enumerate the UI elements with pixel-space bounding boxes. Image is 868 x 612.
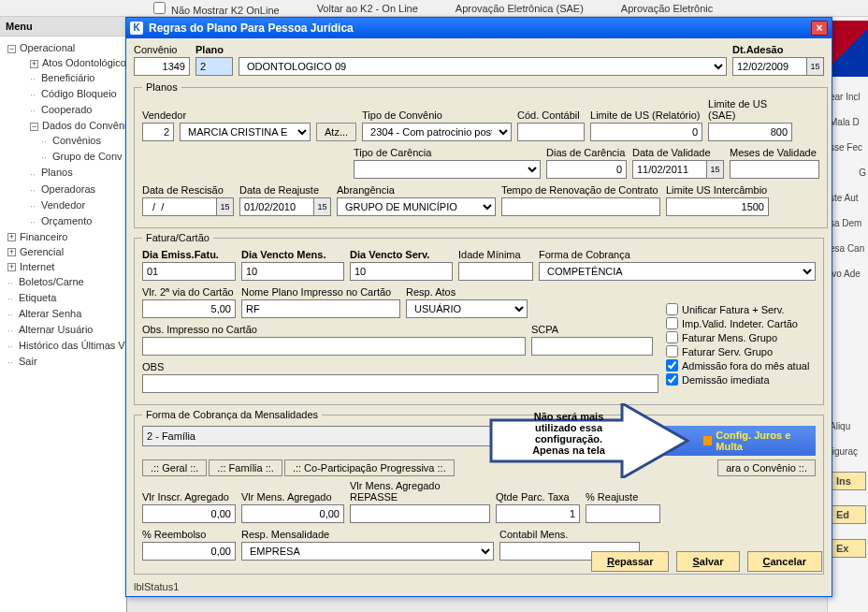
tree-operadoras[interactable]: ··Operadoras xyxy=(0,182,126,197)
minus-icon[interactable]: − xyxy=(30,123,38,131)
tree-alterar-senha[interactable]: ··Alterar Senha xyxy=(0,306,126,322)
tree-internet[interactable]: +Internet xyxy=(0,259,126,274)
tree-gerencial[interactable]: +Gerencial xyxy=(0,244,126,259)
qtde-parc-input[interactable] xyxy=(496,504,580,523)
vlr-mens-rep-input[interactable] xyxy=(350,504,490,523)
calendar-icon[interactable]: 15 xyxy=(707,160,724,179)
plus-icon[interactable]: + xyxy=(30,60,38,68)
dias-carencia-input[interactable] xyxy=(546,160,627,179)
tree-sair[interactable]: ··Sair xyxy=(0,354,126,370)
ex-button[interactable]: Ex xyxy=(830,539,866,558)
atz-button[interactable]: Atz... xyxy=(316,123,356,141)
chk-unificar[interactable] xyxy=(666,303,678,315)
dt-adesao-input[interactable] xyxy=(732,57,807,76)
resp-mens-select[interactable]: EMPRESA xyxy=(241,542,494,561)
tree-convenios[interactable]: ··Convênios xyxy=(0,133,126,149)
chk-fat-serv[interactable] xyxy=(666,345,678,357)
tree-atos[interactable]: +Atos Odontológicos xyxy=(0,55,126,70)
tab-geral[interactable]: .:: Geral ::. xyxy=(142,459,207,476)
data-rescisao-input[interactable] xyxy=(142,197,217,216)
convenio-input[interactable] xyxy=(134,57,190,76)
lim-us-rel-input[interactable] xyxy=(590,123,702,141)
close-icon[interactable]: × xyxy=(811,21,828,36)
obs-cartao-input[interactable] xyxy=(142,337,526,356)
tree-historico[interactable]: ··Histórico das Últimas V xyxy=(0,338,126,354)
obs-input[interactable] xyxy=(142,374,658,393)
top-item[interactable]: Voltar ao K2 - On Line xyxy=(317,3,418,14)
calendar-icon[interactable]: 15 xyxy=(314,197,331,216)
tree-financeiro[interactable]: +Financeiro xyxy=(0,229,126,244)
calendar-icon[interactable]: 15 xyxy=(807,57,824,76)
pct-reemb-input[interactable] xyxy=(142,542,236,561)
cod-contabil-input[interactable] xyxy=(517,123,585,141)
meses-validade-input[interactable] xyxy=(730,160,819,179)
repassar-button[interactable]: Repassar xyxy=(591,551,670,572)
vendedor-cod-input[interactable] xyxy=(142,123,174,141)
tree-cooperado[interactable]: ··Cooperado xyxy=(0,102,126,118)
pct-reajuste-input[interactable] xyxy=(586,504,660,523)
ins-button[interactable]: Ins xyxy=(830,472,866,490)
dia-venc-serv-input[interactable] xyxy=(350,262,453,281)
tipo-conv-select[interactable]: 2304 - Com patrocinio post xyxy=(362,123,512,141)
titlebar[interactable]: K Regras do Plano Para Pessoa Jurídica × xyxy=(126,18,832,38)
lim-us-sae-label: Limite de US (SAE) xyxy=(708,98,792,121)
top-item[interactable]: Aprovação Eletrônic xyxy=(621,3,713,14)
tab-copart[interactable]: .:: Co-Participação Progressiva ::. xyxy=(284,459,455,476)
data-validade-input[interactable] xyxy=(632,160,707,179)
tree-beneficiario[interactable]: ··Beneficiário xyxy=(0,70,126,86)
plus-icon[interactable]: + xyxy=(7,233,16,241)
dialog-regras-plano: K Regras do Plano Para Pessoa Jurídica ×… xyxy=(125,17,832,597)
salvar-button[interactable]: Salvar xyxy=(676,551,739,572)
tree-orcamento[interactable]: ··Orçamento xyxy=(0,213,126,229)
plus-icon[interactable]: + xyxy=(7,263,16,271)
meses-validade-label: Meses de Validade xyxy=(730,147,819,158)
resp-atos-select[interactable]: USUÁRIO xyxy=(406,299,528,318)
tree-boletos[interactable]: ··Boletos/Carne xyxy=(0,274,126,290)
tree-operacional[interactable]: −Operacional xyxy=(0,40,126,55)
vendedor-nome-select[interactable]: MARCIA CRISTINA E xyxy=(180,123,311,141)
lim-us-inter-input[interactable] xyxy=(666,197,769,216)
chk-dem-imed[interactable] xyxy=(666,373,678,386)
contrato-adesao-check[interactable]: Contrato por Adesão xyxy=(578,430,690,452)
lim-us-sae-input[interactable] xyxy=(708,123,792,141)
tempo-renov-input[interactable] xyxy=(501,197,660,216)
tree-grupo-conv[interactable]: ··Grupo de Conv xyxy=(0,149,126,165)
minus-icon[interactable]: − xyxy=(7,45,16,53)
plano-code-input[interactable] xyxy=(195,57,233,76)
top-item[interactable]: Não Mostrar K2 OnLine xyxy=(150,0,280,17)
top-item[interactable]: Aprovação Eletrônica (SAE) xyxy=(456,3,584,14)
data-reajuste-input[interactable] xyxy=(239,197,314,216)
tree-etiqueta[interactable]: ··Etiqueta xyxy=(0,290,126,306)
tab-convenio[interactable]: ara o Convênio ::. xyxy=(717,459,816,476)
chk-imp-valid[interactable] xyxy=(666,317,678,329)
chk-fat-mens[interactable] xyxy=(666,331,678,343)
cancelar-button[interactable]: Cancelar xyxy=(747,551,822,572)
dia-emiss-input[interactable] xyxy=(142,262,236,281)
dia-venc-mens-input[interactable] xyxy=(241,262,344,281)
checkbox-nao-mostrar[interactable] xyxy=(153,2,166,14)
plano-desc-select[interactable]: ODONTOLOGICO 09 xyxy=(239,57,727,76)
plus-icon[interactable]: + xyxy=(7,248,16,256)
tree-vendedor[interactable]: ··Vendedor xyxy=(0,197,126,213)
scpa-input[interactable] xyxy=(531,337,653,356)
config-juros-link[interactable]: Config. Juros e Multa xyxy=(703,430,810,452)
vlr-mens-input[interactable] xyxy=(241,504,344,523)
mensalidade-select[interactable]: 2 - Família xyxy=(142,426,572,446)
forma-cobr-select[interactable]: COMPETÊNCIA xyxy=(539,262,816,281)
tree-codigo-bloqueio[interactable]: ··Código Bloqueio xyxy=(0,86,126,102)
vlr-2via-input[interactable] xyxy=(142,299,236,318)
tipo-carencia-select[interactable] xyxy=(354,160,541,179)
calendar-icon[interactable]: 15 xyxy=(217,197,234,216)
resp-mens-label: Resp. Mensalidade xyxy=(241,529,494,540)
chk-adm-fora[interactable] xyxy=(666,359,678,372)
idade-min-input[interactable] xyxy=(458,262,533,281)
nome-plano-input[interactable] xyxy=(241,299,400,318)
tab-familia[interactable]: .:: Família ::. xyxy=(209,459,282,476)
sidebar: Menu −Operacional +Atos Odontológicos ··… xyxy=(0,17,127,612)
tree-alternar-usuario[interactable]: ··Alternar Usuário xyxy=(0,322,126,338)
vlr-inscr-input[interactable] xyxy=(142,504,236,523)
abrangencia-select[interactable]: GRUPO DE MUNICÍPIO xyxy=(337,197,496,216)
ed-button[interactable]: Ed xyxy=(830,505,866,524)
tree-dados-convenio[interactable]: −Dados do Convênio xyxy=(0,118,126,133)
tree-planos[interactable]: ··Planos xyxy=(0,165,126,181)
